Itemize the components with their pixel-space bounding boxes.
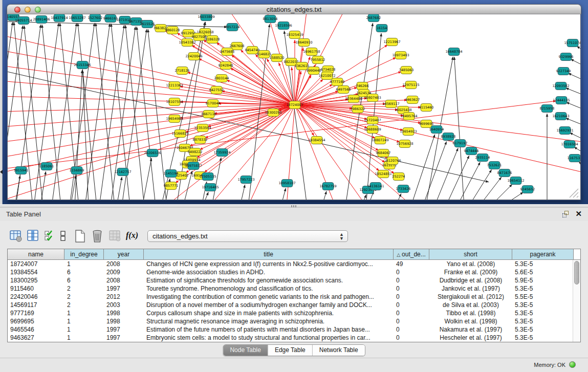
graph-node[interactable]: 1185061	[39, 163, 54, 170]
column-header-name[interactable]: name	[8, 249, 64, 259]
graph-node[interactable]: 7955812	[311, 56, 325, 64]
row-height-icon[interactable]	[59, 229, 67, 243]
graph-node[interactable]: 7485063	[399, 67, 414, 74]
graph-node[interactable]: 2935114	[475, 154, 490, 162]
column-visibility-icon[interactable]	[27, 229, 39, 243]
graph-node[interactable]: 19716485	[202, 184, 219, 191]
table-row[interactable]: 1830029562008Estimation of significance …	[8, 276, 580, 285]
column-header-title[interactable]: title	[144, 249, 394, 259]
graph-node[interactable]: 13654923	[400, 128, 417, 136]
graph-node[interactable]: 15166825	[171, 130, 188, 138]
column-header-year[interactable]: year	[104, 249, 144, 259]
graph-node[interactable]: 8427552	[209, 86, 224, 94]
graph-node[interactable]: 10654112	[507, 177, 524, 185]
graph-node[interactable]: 8186328	[205, 36, 220, 43]
graph-node[interactable]: 9466161	[103, 15, 118, 23]
graph-node[interactable]: 9474444	[464, 147, 479, 155]
graph-node[interactable]: 3915941	[14, 167, 29, 174]
graph-node[interactable]: 1527602	[88, 14, 103, 22]
graph-node[interactable]: 16782759	[319, 183, 336, 190]
graph-node[interactable]: 12353594	[194, 124, 211, 132]
table-row[interactable]: 946554611997Estimation of the future num…	[8, 325, 580, 334]
table-row[interactable]: 977716911998Corpus callosum shape and si…	[8, 309, 580, 317]
graph-node[interactable]: 16648784	[445, 48, 462, 56]
graph-node[interactable]: 7615526	[140, 20, 155, 28]
graph-node[interactable]: 1640954	[429, 126, 444, 134]
split-divider-grip-icon[interactable]	[291, 205, 296, 207]
graph-node[interactable]: 18640910	[295, 39, 312, 47]
graph-node[interactable]: 252274	[393, 173, 405, 181]
graph-node[interactable]: 9777169	[330, 78, 345, 86]
table-row[interactable]: 1938455462009Genome-wide association stu…	[8, 268, 580, 276]
tab-node-table[interactable]: Node Table	[223, 345, 268, 356]
memory-status-indicator[interactable]	[569, 361, 576, 368]
close-panel-icon[interactable]: ✕	[575, 209, 582, 218]
graph-node[interactable]: 20206536	[144, 149, 161, 157]
graph-node[interactable]: 8471676	[497, 169, 512, 177]
float-panel-icon[interactable]	[562, 211, 570, 218]
graph-node[interactable]: 2803144	[214, 75, 229, 82]
graph-node[interactable]: 17359924	[213, 149, 230, 157]
graph-node[interactable]: 9857771	[164, 182, 179, 190]
table-row[interactable]: 911546021997Tourette syndrome. Phenomeno…	[8, 285, 580, 293]
graph-node[interactable]: 9245652	[520, 186, 535, 193]
table-row[interactable]: 1456911722003Disruption of a novel membe…	[8, 301, 580, 309]
graph-node[interactable]: 746266	[356, 82, 369, 90]
network-table-select[interactable]: citations_edges.txt ▲▼	[147, 230, 348, 242]
graph-node[interactable]: 1167533	[568, 155, 581, 162]
graph-node[interactable]: 19218596	[275, 22, 292, 30]
graph-node[interactable]: 5498222	[188, 148, 203, 156]
graph-node[interactable]: 10958107	[278, 180, 295, 187]
column-header-short[interactable]: short	[429, 249, 512, 259]
graph-node[interactable]: 17016504	[561, 141, 578, 148]
graph-node[interactable]: 6497568	[336, 86, 351, 94]
column-header-in_degree[interactable]: in_degree	[64, 249, 104, 259]
graph-node[interactable]: 2718126	[175, 67, 190, 75]
graph-node[interactable]: 9860128	[165, 27, 180, 34]
graph-node[interactable]: 10688609	[364, 126, 381, 134]
graph-node[interactable]: 9827508	[192, 33, 207, 41]
graph-node[interactable]: 17957223	[237, 176, 254, 184]
graph-node[interactable]: 19654983	[166, 115, 183, 123]
graph-node[interactable]: 9684067	[376, 149, 391, 157]
graph-node[interactable]: 16961758	[303, 48, 320, 56]
graph-node[interactable]: 18107554	[166, 98, 183, 106]
graph-node[interactable]: 9463627	[405, 96, 420, 104]
graph-node[interactable]: 15751074	[564, 39, 581, 47]
split-divider[interactable]	[0, 204, 588, 208]
window-resize-grip[interactable]	[568, 187, 579, 198]
function-builder-icon[interactable]: f(x)	[126, 229, 138, 243]
table-row[interactable]: 969969511998Structural magnetic resonanc…	[8, 317, 580, 325]
graph-node[interactable]: 18325419	[286, 31, 303, 39]
graph-node[interactable]: 8215958	[540, 105, 555, 113]
graph-node[interactable]: 6179197	[453, 140, 468, 147]
graph-node[interactable]: 16033809	[198, 14, 214, 21]
graph-node[interactable]: 1145194	[164, 170, 179, 178]
graph-node[interactable]: 9242848	[219, 62, 233, 70]
graph-node[interactable]: 8667110	[202, 111, 216, 118]
graph-node[interactable]: 9329966	[559, 53, 574, 61]
column-header-out_de[interactable]: △out_de...	[394, 249, 429, 259]
table-row[interactable]: 946362711997Embryonic stem cells: a mode…	[8, 334, 580, 342]
tab-network-table[interactable]: Network Table	[313, 345, 365, 356]
graph-node[interactable]: 1156869	[70, 167, 84, 174]
graph-node[interactable]: 10653287	[69, 14, 85, 22]
table-row[interactable]: 2242004622012Investigating the contribut…	[8, 293, 580, 301]
graph-node[interactable]: 10756928	[396, 140, 413, 148]
graph-node[interactable]: 9227349	[556, 68, 571, 75]
delete-table-icon[interactable]	[91, 229, 103, 243]
graph-node[interactable]: 2687682	[366, 14, 381, 22]
graph-node[interactable]: 12213967	[383, 38, 400, 46]
network-canvas[interactable]: 1872400718300295193845547663822986012889…	[7, 14, 581, 200]
graph-node[interactable]: 12975115	[402, 81, 419, 89]
graph-node[interactable]: 7857224	[225, 24, 240, 31]
graph-node[interactable]: 8813054	[263, 15, 278, 23]
graph-node[interactable]: 18524851	[375, 170, 391, 178]
graph-node[interactable]: 9170044	[206, 100, 221, 107]
graph-node[interactable]: 7532621	[487, 162, 502, 169]
graph-node[interactable]: 19384554	[308, 137, 325, 144]
graph-node[interactable]: 1588520	[270, 54, 285, 62]
table-vertical-scrollbar[interactable]	[573, 260, 580, 342]
splitpane-collapse-icon[interactable]	[0, 170, 3, 174]
scrollbar-thumb[interactable]	[574, 261, 579, 285]
